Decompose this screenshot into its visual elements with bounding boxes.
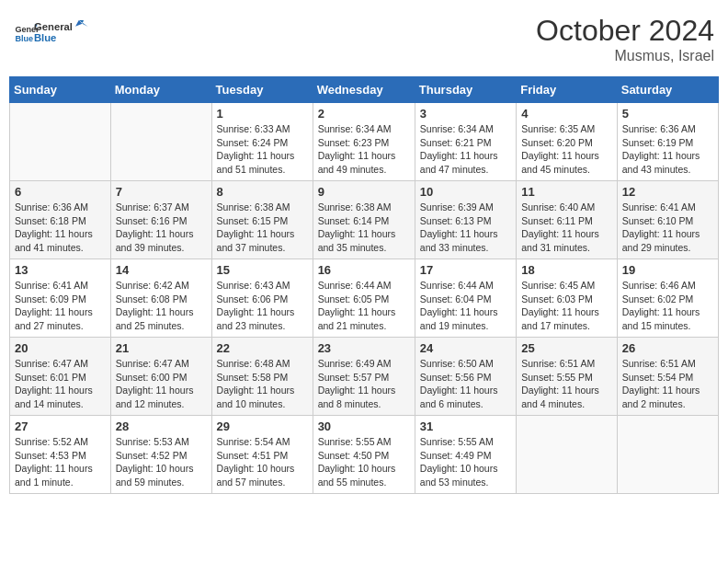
day-number: 19 xyxy=(622,263,713,277)
calendar-cell: 13Sunrise: 6:41 AM Sunset: 6:09 PM Dayli… xyxy=(10,259,111,338)
col-header-thursday: Thursday xyxy=(415,77,516,103)
calendar-cell: 19Sunrise: 6:46 AM Sunset: 6:02 PM Dayli… xyxy=(617,259,718,338)
calendar-cell: 26Sunrise: 6:51 AM Sunset: 5:54 PM Dayli… xyxy=(617,338,718,416)
calendar-cell: 15Sunrise: 6:43 AM Sunset: 6:06 PM Dayli… xyxy=(211,259,313,338)
cell-info: Sunrise: 6:49 AM Sunset: 5:57 PM Dayligh… xyxy=(318,357,410,411)
logo-bird-icon: General Blue xyxy=(34,14,89,51)
day-number: 26 xyxy=(622,341,713,355)
calendar-cell: 12Sunrise: 6:41 AM Sunset: 6:10 PM Dayli… xyxy=(617,181,718,259)
calendar-cell: 27Sunrise: 5:52 AM Sunset: 4:53 PM Dayli… xyxy=(10,416,111,494)
svg-text:General: General xyxy=(34,21,73,32)
calendar-cell xyxy=(110,103,211,181)
cell-info: Sunrise: 6:46 AM Sunset: 6:02 PM Dayligh… xyxy=(622,279,713,333)
calendar-cell: 25Sunrise: 6:51 AM Sunset: 5:55 PM Dayli… xyxy=(517,338,618,416)
cell-info: Sunrise: 6:44 AM Sunset: 6:04 PM Dayligh… xyxy=(420,279,511,333)
col-header-friday: Friday xyxy=(517,77,618,103)
calendar-table: SundayMondayTuesdayWednesdayThursdayFrid… xyxy=(9,76,719,494)
calendar-cell: 20Sunrise: 6:47 AM Sunset: 6:01 PM Dayli… xyxy=(10,338,111,416)
day-number: 23 xyxy=(318,341,410,355)
cell-info: Sunrise: 6:42 AM Sunset: 6:08 PM Dayligh… xyxy=(116,279,207,333)
calendar-cell: 11Sunrise: 6:40 AM Sunset: 6:11 PM Dayli… xyxy=(517,181,618,259)
day-number: 20 xyxy=(15,341,106,355)
cell-info: Sunrise: 6:48 AM Sunset: 5:58 PM Dayligh… xyxy=(217,357,308,411)
day-number: 28 xyxy=(116,419,207,433)
cell-info: Sunrise: 5:54 AM Sunset: 4:51 PM Dayligh… xyxy=(217,435,308,489)
logo: General Blue General Blue xyxy=(14,14,89,51)
day-number: 17 xyxy=(420,263,511,277)
calendar-cell: 1Sunrise: 6:33 AM Sunset: 6:24 PM Daylig… xyxy=(211,103,313,181)
day-number: 5 xyxy=(622,107,713,121)
cell-info: Sunrise: 6:44 AM Sunset: 6:05 PM Dayligh… xyxy=(318,279,410,333)
day-number: 13 xyxy=(15,263,106,277)
day-number: 24 xyxy=(420,341,511,355)
calendar-cell: 18Sunrise: 6:45 AM Sunset: 6:03 PM Dayli… xyxy=(517,259,618,338)
cell-info: Sunrise: 6:50 AM Sunset: 5:56 PM Dayligh… xyxy=(420,357,511,411)
cell-info: Sunrise: 6:38 AM Sunset: 6:14 PM Dayligh… xyxy=(318,201,410,255)
calendar-cell: 8Sunrise: 6:38 AM Sunset: 6:15 PM Daylig… xyxy=(211,181,313,259)
day-number: 3 xyxy=(420,107,511,121)
cell-info: Sunrise: 6:47 AM Sunset: 6:01 PM Dayligh… xyxy=(15,357,106,411)
calendar-cell: 28Sunrise: 5:53 AM Sunset: 4:52 PM Dayli… xyxy=(110,416,211,494)
calendar-week-5: 27Sunrise: 5:52 AM Sunset: 4:53 PM Dayli… xyxy=(10,416,719,494)
calendar-cell: 21Sunrise: 6:47 AM Sunset: 6:00 PM Dayli… xyxy=(110,338,211,416)
cell-info: Sunrise: 6:47 AM Sunset: 6:00 PM Dayligh… xyxy=(116,357,207,411)
calendar-cell: 17Sunrise: 6:44 AM Sunset: 6:04 PM Dayli… xyxy=(415,259,516,338)
day-number: 8 xyxy=(217,185,308,199)
calendar-cell: 6Sunrise: 6:36 AM Sunset: 6:18 PM Daylig… xyxy=(10,181,111,259)
calendar-cell: 22Sunrise: 6:48 AM Sunset: 5:58 PM Dayli… xyxy=(211,338,313,416)
day-number: 29 xyxy=(217,419,308,433)
calendar-cell: 16Sunrise: 6:44 AM Sunset: 6:05 PM Dayli… xyxy=(313,259,415,338)
cell-info: Sunrise: 6:37 AM Sunset: 6:16 PM Dayligh… xyxy=(116,201,207,255)
calendar-cell xyxy=(617,416,718,494)
cell-info: Sunrise: 6:43 AM Sunset: 6:06 PM Dayligh… xyxy=(217,279,308,333)
svg-text:Blue: Blue xyxy=(15,34,33,43)
cell-info: Sunrise: 6:51 AM Sunset: 5:55 PM Dayligh… xyxy=(521,357,612,411)
cell-info: Sunrise: 5:55 AM Sunset: 4:49 PM Dayligh… xyxy=(420,435,511,489)
cell-info: Sunrise: 6:33 AM Sunset: 6:24 PM Dayligh… xyxy=(217,122,308,177)
calendar-cell xyxy=(517,416,618,494)
cell-info: Sunrise: 5:53 AM Sunset: 4:52 PM Dayligh… xyxy=(116,435,207,489)
cell-info: Sunrise: 6:34 AM Sunset: 6:23 PM Dayligh… xyxy=(318,122,410,177)
cell-info: Sunrise: 6:35 AM Sunset: 6:20 PM Dayligh… xyxy=(521,122,612,177)
day-number: 12 xyxy=(622,185,713,199)
calendar-cell: 24Sunrise: 6:50 AM Sunset: 5:56 PM Dayli… xyxy=(415,338,516,416)
day-number: 14 xyxy=(116,263,207,277)
day-number: 31 xyxy=(420,419,511,433)
day-number: 22 xyxy=(217,341,308,355)
calendar-cell: 3Sunrise: 6:34 AM Sunset: 6:21 PM Daylig… xyxy=(415,103,516,181)
calendar-week-4: 20Sunrise: 6:47 AM Sunset: 6:01 PM Dayli… xyxy=(10,338,719,416)
calendar-cell: 5Sunrise: 6:36 AM Sunset: 6:19 PM Daylig… xyxy=(617,103,718,181)
title-block: October 2024 Musmus, Israel xyxy=(536,14,714,64)
cell-info: Sunrise: 6:34 AM Sunset: 6:21 PM Dayligh… xyxy=(420,122,511,177)
col-header-wednesday: Wednesday xyxy=(313,77,415,103)
calendar-cell xyxy=(10,103,111,181)
location-title: Musmus, Israel xyxy=(536,48,714,64)
calendar-cell: 30Sunrise: 5:55 AM Sunset: 4:50 PM Dayli… xyxy=(313,416,415,494)
col-header-sunday: Sunday xyxy=(10,77,111,103)
calendar-week-1: 1Sunrise: 6:33 AM Sunset: 6:24 PM Daylig… xyxy=(10,103,719,181)
cell-info: Sunrise: 5:55 AM Sunset: 4:50 PM Dayligh… xyxy=(318,435,410,489)
calendar-cell: 4Sunrise: 6:35 AM Sunset: 6:20 PM Daylig… xyxy=(517,103,618,181)
cell-info: Sunrise: 6:51 AM Sunset: 5:54 PM Dayligh… xyxy=(622,357,713,411)
day-number: 10 xyxy=(420,185,511,199)
day-number: 27 xyxy=(15,419,106,433)
day-number: 15 xyxy=(217,263,308,277)
col-header-monday: Monday xyxy=(110,77,211,103)
day-number: 2 xyxy=(318,107,410,121)
day-number: 30 xyxy=(318,419,410,433)
calendar-cell: 2Sunrise: 6:34 AM Sunset: 6:23 PM Daylig… xyxy=(313,103,415,181)
day-number: 21 xyxy=(116,341,207,355)
cell-info: Sunrise: 6:38 AM Sunset: 6:15 PM Dayligh… xyxy=(217,201,308,255)
cell-info: Sunrise: 6:36 AM Sunset: 6:19 PM Dayligh… xyxy=(622,122,713,177)
cell-info: Sunrise: 6:40 AM Sunset: 6:11 PM Dayligh… xyxy=(521,201,612,255)
day-number: 6 xyxy=(15,185,106,199)
calendar-week-3: 13Sunrise: 6:41 AM Sunset: 6:09 PM Dayli… xyxy=(10,259,719,338)
month-title: October 2024 xyxy=(536,14,714,48)
calendar-week-2: 6Sunrise: 6:36 AM Sunset: 6:18 PM Daylig… xyxy=(10,181,719,259)
calendar-cell: 29Sunrise: 5:54 AM Sunset: 4:51 PM Dayli… xyxy=(211,416,313,494)
day-number: 7 xyxy=(116,185,207,199)
day-number: 1 xyxy=(217,107,308,121)
day-number: 4 xyxy=(521,107,612,121)
svg-text:Blue: Blue xyxy=(34,32,56,43)
day-number: 11 xyxy=(521,185,612,199)
